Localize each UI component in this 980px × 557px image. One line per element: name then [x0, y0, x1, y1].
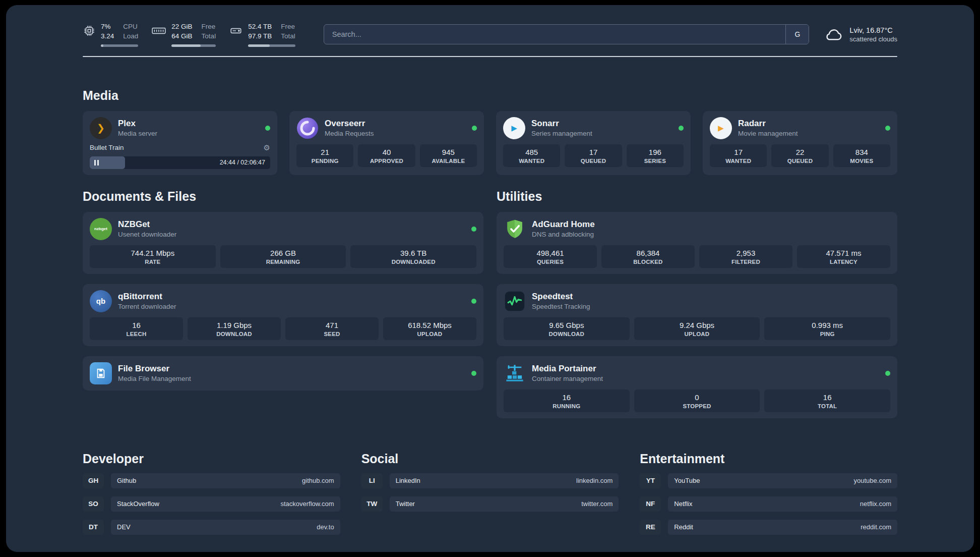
stat-tile: 0.993 msPING	[764, 317, 890, 340]
bookmark-name: Twitter	[396, 500, 415, 508]
stat-value: 16	[92, 321, 181, 329]
bookmark-link-netflix[interactable]: Netflix netflix.com	[668, 496, 897, 512]
bookmark-link-github[interactable]: Github github.com	[111, 473, 340, 488]
stat-tile: 21PENDING	[296, 144, 353, 167]
memory-icon	[151, 24, 166, 37]
bookmark-link-linkedin[interactable]: LinkedIn linkedin.com	[390, 473, 619, 488]
bookmark-name: YouTube	[674, 477, 700, 484]
disk-total-value: 97.9 TB	[248, 32, 272, 41]
cpu-metric: 7% 3.24 CPU Load	[83, 22, 138, 47]
bookmark-link-stackoverflow[interactable]: StackOverflow stackoverflow.com	[111, 496, 340, 512]
app-subtitle-sonarr: Series management	[531, 130, 592, 137]
app-card-qbittorrent[interactable]: qb qBittorrent Torrent downloader 16LEEC…	[83, 284, 483, 346]
bookmark-name: Reddit	[674, 523, 693, 531]
bookmark-link-youtube[interactable]: YouTube youtube.com	[668, 473, 897, 488]
bookmark-link-reddit[interactable]: Reddit reddit.com	[668, 520, 897, 535]
search-input[interactable]	[324, 25, 786, 44]
app-card-radarr[interactable]: ▶ Radarr Movie management 17WANTED 22QUE…	[703, 111, 897, 175]
bookmark-abbr: NF	[640, 496, 661, 512]
bookmark-name: Netflix	[674, 500, 692, 508]
section-title-media: Media	[83, 88, 897, 103]
stat-label: MOVIES	[835, 158, 888, 164]
stat-value: 47.571 ms	[799, 249, 888, 257]
stat-label: WANTED	[505, 158, 558, 164]
bookmark-url: netflix.com	[860, 500, 891, 508]
app-name-portainer: Media Portainer	[532, 364, 603, 374]
search-engine-button[interactable]: G	[785, 25, 809, 44]
top-bar: 7% 3.24 CPU Load 22 GiB 64 GiB	[83, 22, 897, 47]
stat-label: UPLOAD	[636, 331, 758, 337]
stat-value: 485	[505, 148, 558, 156]
stat-tile: 196SERIES	[627, 144, 684, 167]
stat-label: PENDING	[298, 158, 351, 164]
stat-label: UPLOAD	[385, 331, 474, 337]
stat-tile: 16TOTAL	[764, 389, 890, 412]
bookmark-name: Github	[117, 477, 136, 484]
status-dot-plex	[265, 126, 270, 131]
stat-label: TOTAL	[766, 403, 888, 409]
cpu-usage-value: 7%	[101, 22, 114, 32]
bookmark-url: dev.to	[317, 523, 334, 531]
app-subtitle-nzbget: Usenet downloader	[118, 231, 176, 238]
app-subtitle-qbittorrent: Torrent downloader	[118, 303, 176, 310]
stat-value: 17	[712, 148, 765, 156]
ram-total-value: 64 GiB	[171, 32, 192, 41]
stat-label: AVAILABLE	[422, 158, 475, 164]
ram-free-label: Free	[202, 22, 216, 32]
pause-icon[interactable]	[94, 160, 99, 165]
sonarr-icon: ▶	[503, 117, 525, 139]
weather-condition: scattered clouds	[849, 35, 897, 43]
stat-tile: 485WANTED	[503, 144, 560, 167]
stat-value: 196	[629, 148, 682, 156]
app-card-adguard[interactable]: AdGuard Home DNS and adblocking 498,461Q…	[497, 212, 897, 274]
app-card-speedtest[interactable]: Speedtest Speedtest Tracking 9.65 GbpsDO…	[497, 284, 897, 346]
stat-tile: 17QUEUED	[565, 144, 622, 167]
cloud-icon	[824, 27, 843, 42]
bookmark-link-twitter[interactable]: Twitter twitter.com	[390, 496, 619, 512]
app-name-speedtest: Speedtest	[532, 292, 590, 302]
stat-value: 21	[298, 148, 351, 156]
hard-drive-icon	[229, 24, 243, 37]
status-dot-nzbget	[471, 227, 476, 232]
stat-label: RATE	[92, 259, 214, 265]
app-card-nzbget[interactable]: nzbget NZBGet Usenet downloader 744.21 M…	[83, 212, 483, 274]
stat-value: 2,953	[701, 249, 790, 257]
app-card-plex[interactable]: ❯ Plex Media server Bullet Train ⚙ 24:44…	[83, 111, 277, 175]
section-title-utilities: Utilities	[497, 189, 897, 204]
bookmark-row: TW Twitter twitter.com	[361, 496, 619, 512]
gear-icon[interactable]: ⚙	[264, 143, 270, 152]
stat-tile: 2,953FILTERED	[699, 245, 792, 268]
stat-tile: 0STOPPED	[634, 389, 760, 412]
status-dot-radarr	[885, 126, 890, 131]
stat-value: 834	[835, 148, 888, 156]
app-name-adguard: AdGuard Home	[532, 219, 595, 230]
stat-value: 86,384	[603, 249, 693, 257]
stat-tile: 471SEED	[285, 317, 379, 340]
stat-label: RUNNING	[506, 403, 628, 409]
app-card-portainer[interactable]: Media Portainer Container management 16R…	[497, 356, 897, 418]
stat-tile: 9.24 GbpsUPLOAD	[634, 317, 760, 340]
app-card-sonarr[interactable]: ▶ Sonarr Series management 485WANTED 17Q…	[496, 111, 691, 175]
stat-value: 40	[360, 148, 413, 156]
app-name-nzbget: NZBGet	[118, 219, 176, 230]
weather-widget: Lviv, 16.87°C scattered clouds	[824, 26, 897, 43]
stat-label: QUEUED	[773, 158, 826, 164]
app-subtitle-adguard: DNS and adblocking	[532, 231, 595, 238]
stat-label: FILTERED	[701, 259, 790, 265]
stat-label: PING	[766, 331, 888, 337]
stat-value: 266 GB	[222, 249, 344, 257]
speedtest-graph-icon	[504, 290, 526, 312]
bookmark-row: RE Reddit reddit.com	[640, 520, 897, 535]
stat-label: STOPPED	[636, 403, 758, 409]
stat-label: DOWNLOAD	[506, 331, 628, 337]
ram-progress-bar	[171, 44, 216, 47]
stat-label: REMAINING	[222, 259, 344, 265]
stat-value: 9.24 Gbps	[636, 321, 758, 329]
bookmark-url: reddit.com	[861, 523, 891, 531]
stat-tile: 47.571 msLATENCY	[797, 245, 890, 268]
app-card-filebrowser[interactable]: File Browser Media File Management	[83, 356, 483, 391]
stat-value: 16	[506, 393, 628, 402]
bookmark-link-dev[interactable]: DEV dev.to	[111, 520, 340, 535]
app-card-overseerr[interactable]: Overseerr Media Requests 21PENDING 40APP…	[289, 111, 484, 175]
ram-free-value: 22 GiB	[171, 22, 192, 32]
